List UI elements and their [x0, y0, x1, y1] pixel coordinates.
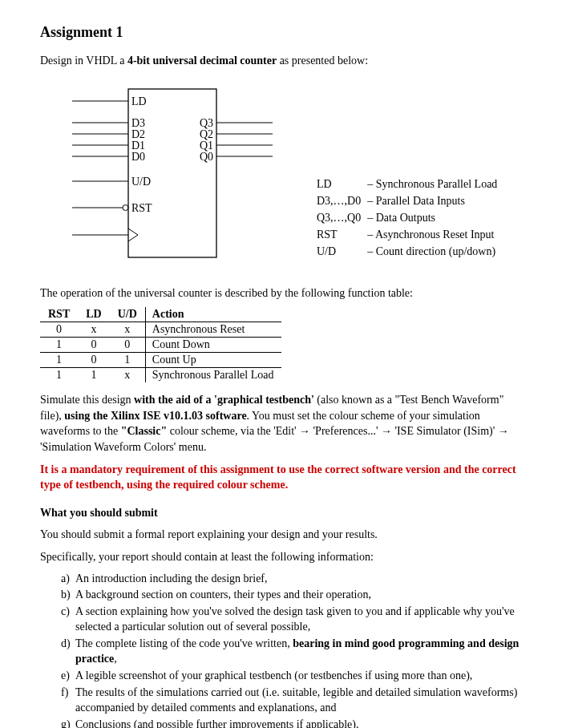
text: Simulate this design	[40, 394, 134, 406]
cell: 1	[40, 353, 78, 368]
cell: 0	[78, 338, 109, 353]
list-text: The results of the simulations carried o…	[75, 686, 517, 714]
list-item: d)The complete listing of the code you'v…	[61, 637, 522, 667]
pin-q2: Q2	[200, 128, 213, 140]
table-row: 1 0 0 Count Down	[40, 338, 281, 353]
list-item: b)A background section on counters, thei…	[61, 588, 522, 603]
sig-name: Q3,…,Q0	[314, 211, 363, 226]
list-marker: a)	[61, 572, 70, 587]
cell: Asynchronous Reset	[145, 322, 281, 338]
list-marker: f)	[61, 686, 68, 701]
submit-spec: Specifically, your report should contain…	[40, 549, 522, 565]
pin-q1: Q1	[200, 140, 213, 152]
list-marker: b)	[61, 588, 71, 603]
cell: x	[110, 368, 146, 383]
submit-intro: You should submit a formal report explai…	[40, 527, 522, 543]
cell: x	[78, 322, 109, 338]
pin-ld: LD	[131, 95, 147, 107]
sig-name: RST	[314, 228, 363, 243]
cell: 1	[40, 338, 78, 353]
intro-paragraph: Design in VHDL a 4-bit universal decimal…	[40, 53, 522, 69]
list-marker: g)	[61, 718, 71, 728]
pin-d1: D1	[131, 140, 145, 152]
cell: Synchronous Parallel Load	[145, 368, 281, 383]
cell: 1	[110, 353, 146, 368]
submit-list: a)An introduction including the design b…	[40, 572, 522, 728]
table-row: 1 0 1 Count Up	[40, 353, 281, 368]
list-post: ,	[114, 653, 117, 665]
list-text: A background section on counters, their …	[75, 588, 371, 601]
list-text: A legible screenshot of your graphical t…	[75, 669, 472, 681]
signal-definitions: LD– Synchronous Parallel Load D3,…,D0– P…	[313, 176, 501, 265]
list-text: A section explaining how you've solved t…	[75, 605, 515, 633]
mandatory-note: It is a mandatory requirement of this as…	[40, 462, 522, 493]
pin-ud: U/D	[131, 176, 151, 188]
page-title: Assignment 1	[40, 24, 522, 41]
cell: Count Down	[145, 338, 281, 353]
list-marker: c)	[61, 605, 70, 620]
table-row: 1 1 x Synchronous Parallel Load	[40, 368, 281, 383]
simulation-paragraph: Simulate this design with the aid of a '…	[40, 392, 522, 455]
sig-desc: – Asynchronous Reset Input	[365, 228, 499, 243]
table-row: 0 x x Asynchronous Reset	[40, 322, 281, 338]
text-bold: "Classic"	[121, 425, 168, 437]
sig-name: LD	[314, 177, 363, 192]
intro-suffix: as presented below:	[277, 55, 368, 67]
list-item: f)The results of the simulations carried…	[61, 686, 522, 716]
pin-q0: Q0	[200, 151, 213, 163]
col-ud: U/D	[110, 307, 146, 322]
cell: 0	[40, 322, 78, 338]
sig-name: U/D	[314, 245, 363, 260]
pin-q3: Q3	[200, 117, 213, 129]
cell: x	[110, 322, 146, 338]
list-text: The complete listing of the code you've …	[75, 637, 293, 649]
cell: 0	[110, 338, 146, 353]
list-text: Conclusions (and possible further improv…	[75, 718, 358, 728]
cell: Count Up	[145, 353, 281, 368]
list-item: g)Conclusions (and possible further impr…	[61, 718, 522, 728]
pin-d3: D3	[131, 117, 145, 129]
text-bold: with the aid of a 'graphical testbench'	[134, 394, 314, 406]
table-intro: The operation of the universal counter i…	[40, 285, 522, 301]
diagram-and-defs: LD D3 D2 D1 D0 U/D RST Q3 Q2 Q1 Q0 LD– S…	[40, 81, 522, 265]
intro-prefix: Design in VHDL a	[40, 55, 127, 67]
svg-point-8	[123, 204, 128, 210]
col-ld: LD	[78, 307, 109, 322]
cell: 0	[78, 353, 109, 368]
pin-d0: D0	[131, 151, 145, 163]
list-marker: e)	[61, 669, 70, 684]
list-item: e)A legible screenshot of your graphical…	[61, 669, 522, 684]
list-text: An introduction including the design bri…	[75, 572, 268, 584]
sig-desc: – Count direction (up/down)	[365, 245, 499, 260]
sig-name: D3,…,D0	[314, 194, 363, 209]
counter-block-diagram: LD D3 D2 D1 D0 U/D RST Q3 Q2 Q1 Q0	[40, 81, 289, 265]
submit-heading: What you should submit	[40, 505, 522, 521]
sig-desc: – Synchronous Parallel Load	[365, 177, 499, 192]
sig-desc: – Data Outputs	[365, 211, 499, 226]
intro-bold: 4-bit universal decimal counter	[127, 55, 277, 67]
cell: 1	[78, 368, 109, 383]
list-marker: d)	[61, 637, 71, 652]
cell: 1	[40, 368, 78, 383]
svg-rect-0	[128, 89, 216, 257]
signal-defs-table: LD– Synchronous Parallel Load D3,…,D0– P…	[313, 176, 501, 261]
list-item: a)An introduction including the design b…	[61, 572, 522, 587]
sig-desc: – Parallel Data Inputs	[365, 194, 499, 209]
col-action: Action	[145, 307, 281, 322]
list-item: c)A section explaining how you've solved…	[61, 605, 522, 635]
pin-rst: RST	[131, 202, 152, 214]
pin-d2: D2	[131, 128, 145, 140]
text-bold: using the Xilinx ISE v10.1.03 software	[64, 410, 246, 422]
function-table: RST LD U/D Action 0 x x Asynchronous Res…	[40, 307, 281, 382]
col-rst: RST	[40, 307, 78, 322]
